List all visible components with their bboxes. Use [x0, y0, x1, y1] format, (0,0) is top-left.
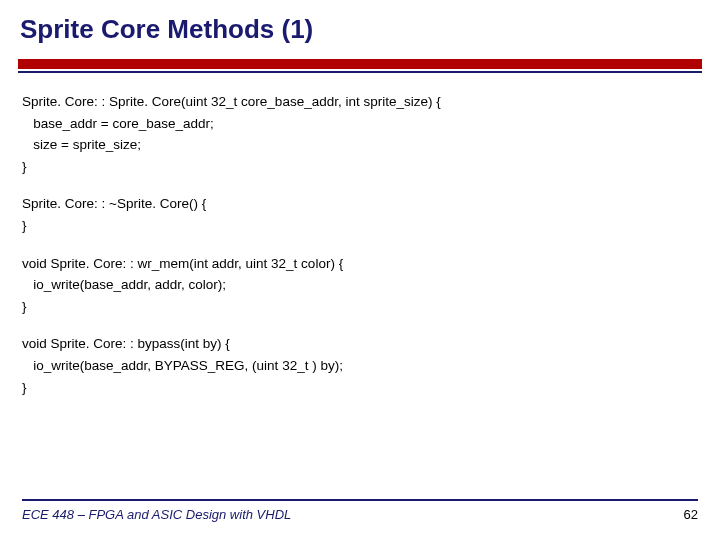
code-block-bypass: void Sprite. Core: : bypass(int by) { io… — [22, 333, 698, 398]
title-rule — [0, 59, 720, 73]
slide-title: Sprite Core Methods (1) — [0, 0, 720, 45]
footer: ECE 448 – FPGA and ASIC Design with VHDL… — [22, 499, 698, 522]
red-bar — [18, 59, 702, 69]
footer-row: ECE 448 – FPGA and ASIC Design with VHDL… — [22, 507, 698, 522]
code-block-constructor: Sprite. Core: : Sprite. Core(uint 32_t c… — [22, 91, 698, 177]
footer-rule — [22, 499, 698, 501]
footer-course: ECE 448 – FPGA and ASIC Design with VHDL — [22, 507, 291, 522]
page-number: 62 — [684, 507, 698, 522]
code-block-wrmem: void Sprite. Core: : wr_mem(int addr, ui… — [22, 253, 698, 318]
slide-body: Sprite. Core: : Sprite. Core(uint 32_t c… — [0, 73, 720, 398]
code-block-destructor: Sprite. Core: : ~Sprite. Core() { } — [22, 193, 698, 236]
slide: Sprite Core Methods (1) Sprite. Core: : … — [0, 0, 720, 540]
